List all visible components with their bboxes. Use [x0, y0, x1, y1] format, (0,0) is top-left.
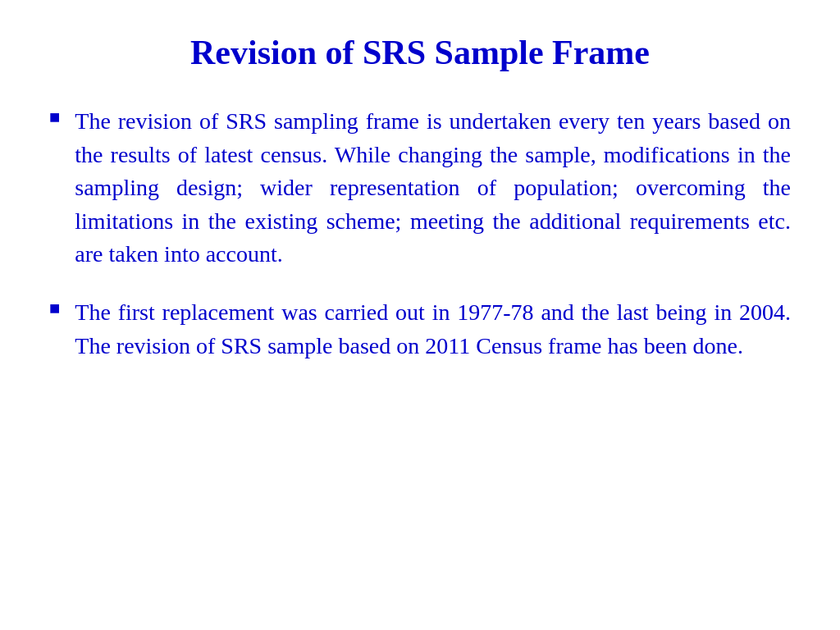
bullet-item-1: ■ The revision of SRS sampling frame is …: [49, 105, 791, 272]
content-area: ■ The revision of SRS sampling frame is …: [49, 105, 791, 597]
bullet-item-2: ■ The first replacement was carried out …: [49, 296, 791, 363]
bullet-text-2: The first replacement was carried out in…: [75, 296, 791, 363]
bullet-marker-1: ■: [49, 108, 60, 126]
slide: Revision of SRS Sample Frame ■ The revis…: [0, 0, 840, 630]
slide-title: Revision of SRS Sample Frame: [49, 33, 791, 72]
bullet-marker-2: ■: [49, 299, 60, 317]
bullet-text-1: The revision of SRS sampling frame is un…: [75, 105, 791, 272]
